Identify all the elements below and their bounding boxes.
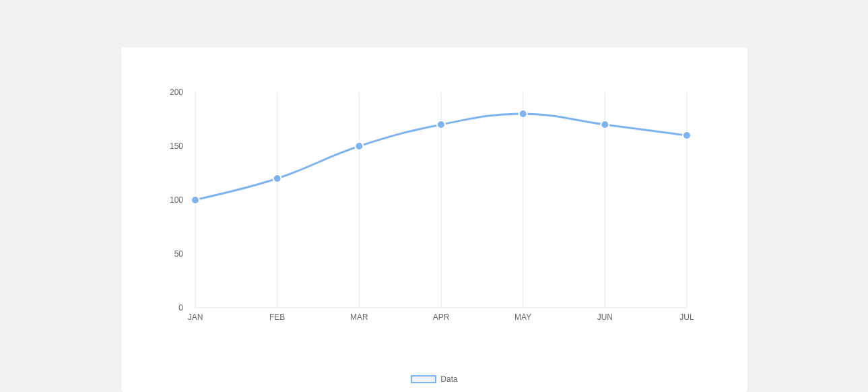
x-tick-label: MAY <box>514 313 531 322</box>
line-chart: JANFEBMARAPRMAYJUNJUL050100150200 <box>189 86 694 321</box>
y-tick-label: 100 <box>170 195 183 205</box>
y-tick-label: 200 <box>170 88 183 97</box>
chart-card: JANFEBMARAPRMAYJUNJUL050100150200 Data <box>121 47 747 392</box>
data-point[interactable] <box>601 121 609 129</box>
data-point[interactable] <box>437 121 445 129</box>
legend-swatch <box>411 375 436 383</box>
y-tick-label: 150 <box>170 141 183 151</box>
x-tick-label: JUN <box>597 313 613 322</box>
chart-legend: Data <box>121 374 747 384</box>
data-point[interactable] <box>355 142 363 150</box>
x-tick-label: JAN <box>188 313 203 322</box>
data-point[interactable] <box>191 196 199 204</box>
x-tick-label: JUL <box>679 313 694 322</box>
data-point[interactable] <box>683 131 691 139</box>
legend-label: Data <box>440 374 457 384</box>
data-point[interactable] <box>519 110 527 118</box>
data-point[interactable] <box>273 174 281 183</box>
x-tick-label: APR <box>433 313 450 322</box>
y-tick-label: 50 <box>174 249 184 259</box>
x-tick-label: FEB <box>269 313 285 322</box>
x-tick-label: MAR <box>350 313 368 322</box>
chart-plot-area: JANFEBMARAPRMAYJUNJUL050100150200 <box>189 86 694 321</box>
y-tick-label: 0 <box>178 303 183 313</box>
